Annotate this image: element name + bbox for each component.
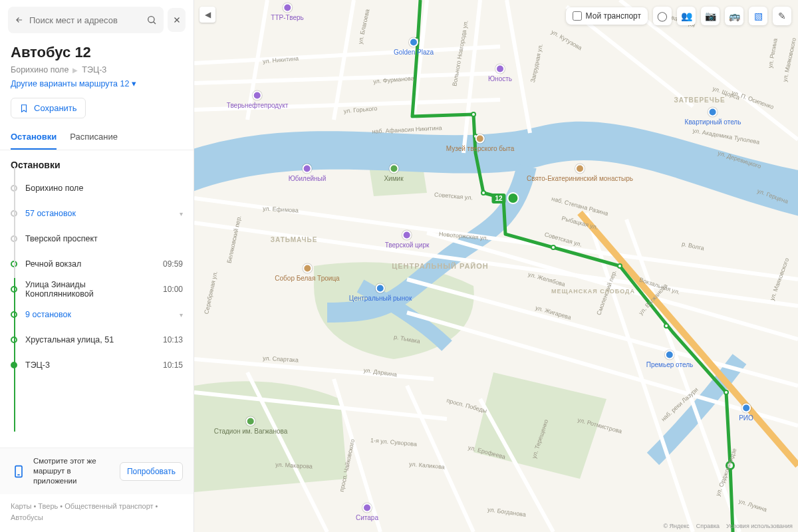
map-copyright: © Яндекс Справка Условия использования [663,523,793,529]
route-header: Автобус 12 Борихино поле ▶ ТЭЦ-3 Другие … [0,40,194,95]
map-svg [194,0,798,532]
search-box[interactable] [8,7,164,33]
sidebar: Автобус 12 Борихино поле ▶ ТЭЦ-3 Другие … [0,0,194,532]
promo-text: Смотрите этот же маршрут в приложении [33,456,113,486]
stop-dot-icon [11,235,17,242]
app-promo: Смотрите этот же маршрут в приложении По… [0,448,194,494]
svg-point-3 [415,38,419,42]
stop-dot-icon [11,336,17,343]
stop-name: Речной вокзал [25,259,155,269]
breadcrumbs: Карты • Тверь • Общественный транспорт •… [0,494,194,532]
my-transport-label: Мой транспорт [586,11,641,21]
route-title: Автобус 12 [11,44,183,61]
stop-dot-icon [11,210,17,217]
stop-row[interactable]: Тверской проспект [11,226,183,251]
edit-icon[interactable]: ✎ [773,7,791,25]
stops-heading: Остановки [11,160,183,170]
route-number: 12 [491,194,505,203]
copyright-terms[interactable]: Условия использования [726,523,793,529]
stop-name: Тверской проспект [25,234,183,243]
stop-row[interactable]: 57 остановок▾ [11,201,183,226]
stop-time: 10:15 [163,360,183,370]
search-icon[interactable] [146,15,157,25]
traffic-icon[interactable]: ◯ [653,7,672,25]
back-icon[interactable] [15,15,24,25]
my-transport-toggle[interactable]: Мой транспорт [566,7,648,25]
svg-point-4 [471,112,475,116]
svg-point-10 [724,390,728,394]
svg-point-8 [618,264,622,268]
photo-icon[interactable]: 📷 [701,7,720,25]
tab-schedule[interactable]: Расписание [70,125,118,150]
tabs: Остановки Расписание [0,125,194,150]
stop-name: Улица Зинаиды Коноплянниковой [25,280,155,299]
bus-stop-marker[interactable] [726,461,735,470]
stop-row[interactable]: Улица Зинаиды Коноплянниковой10:00 [11,277,183,302]
stop-dot-icon [11,261,17,267]
stop-dot-icon [11,362,17,368]
stop-name: Хрустальная улица, 51 [25,335,155,344]
stop-dot-icon [11,286,17,293]
stop-dot-icon [11,185,17,192]
stops-list: Остановки Борихино поле57 остановок▾Твер… [0,150,194,448]
map-top-controls: Мой транспорт ◯ 👥 📷 🚌 ▧ ✎ [566,7,791,25]
stop-dot-icon [11,311,17,318]
endpoint-from: Борихино поле [11,65,68,74]
layers-icon[interactable]: ▧ [749,7,767,25]
search-input[interactable] [29,7,141,33]
copyright-brand[interactable]: © Яндекс [663,523,689,529]
stop-time: 10:13 [163,335,183,344]
stop-name[interactable]: 57 остановок [25,209,169,218]
endpoint-to: ТЭЦ-3 [82,65,106,74]
my-transport-checkbox[interactable] [573,11,582,21]
chevron-down-icon[interactable]: ▾ [180,311,183,319]
svg-point-6 [481,191,485,195]
panorama-icon[interactable]: 👥 [677,7,696,25]
svg-point-9 [664,324,668,328]
svg-point-5 [473,134,477,138]
copyright-help[interactable]: Справка [696,523,720,529]
collapse-sidebar-button[interactable]: ◀ [200,7,215,23]
stop-row[interactable]: Борихино поле [11,176,183,201]
save-label: Сохранить [34,103,77,113]
stop-time: 10:00 [163,285,183,294]
stop-row[interactable]: Речной вокзал09:59 [11,251,183,277]
bookmark-icon [19,104,29,113]
svg-point-7 [551,245,555,249]
map-canvas[interactable]: ◀ [194,0,798,532]
app-icon [11,464,27,479]
transit-layer-icon[interactable]: 🚌 [725,7,743,25]
bus-icon [507,192,519,204]
stop-row[interactable]: Хрустальная улица, 5110:13 [11,327,183,352]
route-badge[interactable]: 12 [491,192,519,204]
promo-button[interactable]: Попробовать [120,462,183,481]
stop-row[interactable]: 9 остановок▾ [11,302,183,327]
stop-name: Борихино поле [25,184,183,193]
stop-row[interactable]: ТЭЦ-310:15 [11,352,183,378]
route-endpoints: Борихино поле ▶ ТЭЦ-3 [11,65,183,74]
chevron-right-icon: ▶ [72,66,78,74]
close-button[interactable] [168,8,186,32]
stop-time: 09:59 [163,259,183,269]
search-row [0,0,194,40]
svg-point-0 [148,17,154,23]
stop-name[interactable]: 9 остановок [25,310,169,319]
chevron-down-icon[interactable]: ▾ [180,210,183,217]
tab-stops[interactable]: Остановки [11,125,57,150]
save-button[interactable]: Сохранить [11,98,86,118]
route-variants-link[interactable]: Другие варианты маршрута 12 ▾ [11,78,183,88]
stop-name: ТЭЦ-3 [25,360,155,370]
